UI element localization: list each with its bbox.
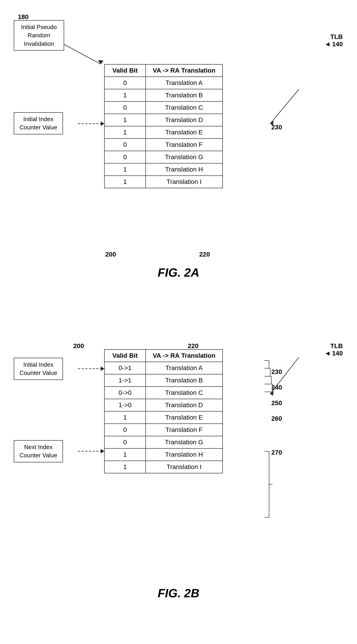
valid-bit: 0 [104,151,146,163]
tlb-table-2a: Valid Bit VA -> RA Translation 0Translat… [104,64,223,188]
ref-220-2b: 220 [188,342,198,350]
svg-marker-1 [98,60,104,64]
translation: Translation C [146,386,222,399]
table-row: 1->0Translation D [104,399,222,411]
translation: Translation H [146,448,222,461]
translation: Translation F [146,138,222,151]
table-row: 0Translation G [104,436,222,448]
table-row: 0->1Translation A [104,362,222,374]
svg-marker-9 [101,449,104,454]
table-row: 1->1Translation B [104,374,222,386]
ref-200-2b: 200 [73,342,84,350]
translation: Translation I [146,461,222,473]
ref-200-2a: 200 [105,251,116,258]
table-row: 0->0Translation C [104,386,222,399]
valid-bit: 1 [104,114,146,126]
translation: Translation G [146,436,222,448]
tlb-label-2b: TLB ◄ 140 [324,342,343,357]
table-row: 1Translation D [104,114,222,126]
valid-bit: 0 [104,424,146,436]
valid-bit: 0->0 [104,386,146,399]
table-row: 1Translation B [104,89,222,102]
translation: Translation D [146,114,222,126]
table-row: 1Translation H [104,448,222,461]
col1-header-2b: Valid Bit [104,350,146,362]
valid-bit: 1 [104,126,146,138]
ref-180: 180 [18,13,28,20]
fig2b-title: FIG. 2B [0,586,357,600]
table-row: 1Translation I [104,461,222,473]
translation: Translation D [146,399,222,411]
fig2a-container: 180 Initial Pseudo Random Invalidation T… [0,0,357,307]
translation: Translation A [146,362,222,374]
translation: Translation H [146,163,222,176]
initial-index-box-2b: Initial Index Counter Value [14,358,63,380]
valid-bit: 1 [104,89,146,102]
table-row: 0Translation A [104,77,222,89]
translation: Translation A [146,77,222,89]
valid-bit: 0 [104,436,146,448]
table-row: 1Translation E [104,126,222,138]
translation: Translation I [146,176,222,188]
translation: Translation E [146,411,222,424]
table-row: 0Translation F [104,424,222,436]
valid-bit: 1 [104,411,146,424]
svg-marker-7 [101,366,104,371]
translation: Translation B [146,89,222,102]
tlb-table-2b: Valid Bit VA -> RA Translation 0->1Trans… [104,349,223,474]
translation: Translation C [146,102,222,114]
valid-bit: 1 [104,461,146,473]
svg-marker-11 [270,391,274,396]
table-row: 0Translation G [104,151,222,163]
valid-bit: 0 [104,102,146,114]
valid-bit: 1->1 [104,374,146,386]
translation: Translation G [146,151,222,163]
table-row: 1Translation E [104,411,222,424]
table-row: 1Translation H [104,163,222,176]
fig2a-title: FIG. 2A [0,266,357,280]
valid-bit: 1->0 [104,399,146,411]
table-row: 1Translation I [104,176,222,188]
ref-260-2b: 260 [271,415,282,422]
valid-bit: 1 [104,163,146,176]
col2-header-2b: VA -> RA Translation [146,350,222,362]
valid-bit: 0 [104,77,146,89]
table-row: 0Translation C [104,102,222,114]
translation: Translation B [146,374,222,386]
initial-index-box-2a: Initial Index Counter Value [14,112,63,134]
valid-bit: 1 [104,176,146,188]
col1-header-2a: Valid Bit [104,64,146,77]
ref-220-2a: 220 [199,251,210,258]
box-180: Initial Pseudo Random Invalidation [14,20,64,50]
ref-240-2b: 240 [271,384,282,391]
translation: Translation F [146,424,222,436]
ref-250-2b: 250 [271,400,282,407]
col2-header-2a: VA -> RA Translation [146,64,222,77]
table-row: 0Translation F [104,138,222,151]
tlb-label-2a: TLB ◄ 140 [324,33,343,48]
ref-230-2a: 230 [271,124,282,131]
svg-marker-3 [101,122,104,126]
svg-line-4 [270,89,299,124]
valid-bit: 1 [104,448,146,461]
ref-270-2b: 270 [271,449,282,456]
translation: Translation E [146,126,222,138]
valid-bit: 0->1 [104,362,146,374]
next-index-box-2b: Next Index Counter Value [14,440,63,462]
ref-230-2b: 230 [271,368,282,376]
valid-bit: 0 [104,138,146,151]
fig2b-container: TLB ◄ 140 200 220 Initial Index Counter … [0,307,357,644]
